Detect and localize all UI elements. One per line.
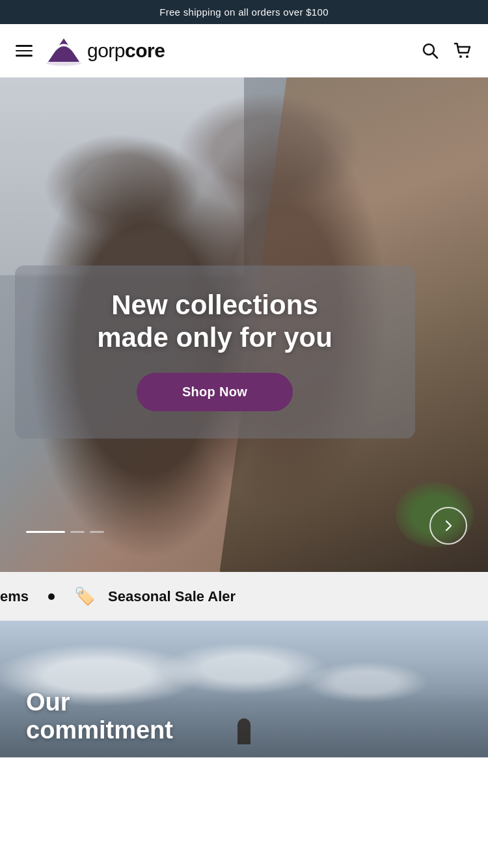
announcement-text: Free shipping on all orders over $100 [159,7,329,18]
header-right [420,41,472,61]
commitment-text-overlay: Our commitment [0,675,488,757]
hero-title: New collections made only for you [34,289,396,355]
arrow-right-icon [441,519,455,533]
ticker-section: ems 🏷️ Seasonal Sale Aler [0,572,488,621]
ticker-sale-text: Seasonal Sale Aler [108,588,236,605]
search-icon[interactable] [420,41,440,61]
cart-icon[interactable] [453,41,472,61]
carousel-dot-2[interactable] [70,531,85,533]
ticker-dot [48,593,55,600]
carousel-dot-1[interactable] [26,531,65,533]
logo-mountain-icon [46,36,82,66]
ticker-text: ems [0,588,29,605]
logo-text: gorpcore [87,40,165,62]
commitment-section: Our commitment [0,621,488,757]
ticker-emoji: 🏷️ [74,586,95,606]
hamburger-icon[interactable] [16,45,33,57]
svg-point-4 [466,55,468,58]
ticker-content: ems 🏷️ Seasonal Sale Aler [0,586,236,606]
hero-section: New collections made only for you Shop N… [0,77,488,572]
header-left: gorpcore [16,36,165,66]
header: gorpcore [0,24,488,77]
announcement-bar: Free shipping on all orders over $100 [0,0,488,24]
svg-point-1 [424,44,434,55]
shop-now-button[interactable]: Shop Now [137,373,293,411]
logo[interactable]: gorpcore [46,36,165,66]
svg-line-2 [433,54,438,59]
svg-point-3 [459,55,462,58]
commitment-title: Our commitment [26,688,462,744]
carousel-indicators [26,531,104,533]
carousel-next-button[interactable] [429,507,467,545]
hero-overlay: New collections made only for you Shop N… [15,265,415,439]
carousel-dot-3[interactable] [90,531,104,533]
